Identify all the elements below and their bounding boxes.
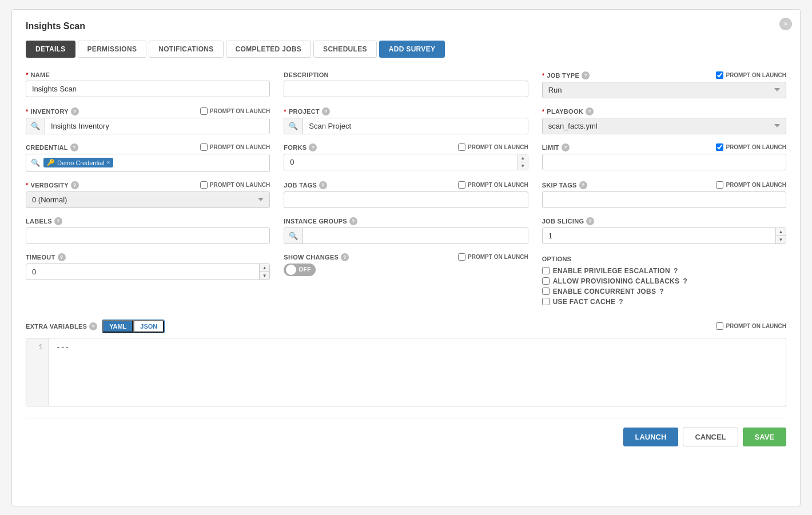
project-search-wrap: 🔍	[284, 118, 528, 134]
launch-button[interactable]: LAUNCH	[623, 428, 679, 446]
credential-prompt-checkbox[interactable]	[200, 143, 208, 151]
playbook-select[interactable]: scan_facts.yml	[542, 118, 786, 134]
forks-prompt-label: PROMPT ON LAUNCH	[458, 143, 528, 151]
skip-tags-input[interactable]	[542, 191, 786, 208]
description-label: DESCRIPTION	[284, 71, 328, 78]
allow-provisioning-help-icon[interactable]: ?	[683, 277, 687, 285]
timeout-spinner: ▲ ▼	[26, 264, 270, 280]
enable-privilege-checkbox[interactable]	[542, 267, 550, 274]
limit-prompt-checkbox[interactable]	[716, 143, 723, 151]
timeout-help-icon[interactable]: ?	[58, 253, 66, 261]
job-tags-input[interactable]	[284, 191, 528, 208]
format-yaml-tab[interactable]: YAML	[102, 320, 133, 333]
allow-provisioning-checkbox[interactable]	[542, 277, 550, 285]
job-slicing-group: JOB SLICING ? ▲ ▼	[542, 217, 786, 244]
forks-spinner: ▲ ▼	[284, 154, 528, 170]
use-fact-cache-help-icon[interactable]: ?	[619, 298, 623, 306]
limit-help-icon[interactable]: ?	[562, 143, 570, 151]
use-fact-cache-checkbox[interactable]	[542, 298, 550, 305]
verbosity-select[interactable]: 0 (Normal) 1 (Verbose) 2 (More Verbose) …	[26, 191, 270, 208]
forks-prompt-checkbox[interactable]	[458, 143, 465, 151]
job-type-help-icon[interactable]: ?	[582, 71, 590, 79]
show-changes-toggle[interactable]: OFF	[284, 264, 316, 276]
inventory-search-icon[interactable]: 🔍	[26, 118, 45, 134]
cancel-button[interactable]: CANCEL	[683, 428, 738, 446]
allow-provisioning-label: ALLOW PROVISIONING CALLBACKS	[553, 277, 680, 285]
project-input[interactable]	[303, 118, 527, 134]
instance-groups-help-icon[interactable]: ?	[349, 217, 357, 225]
enable-concurrent-checkbox[interactable]	[542, 288, 550, 295]
inventory-input[interactable]	[45, 118, 269, 134]
format-json-tab[interactable]: JSON	[133, 320, 164, 333]
credential-tag-wrap[interactable]: 🔍 🔑 Demo Credential ×	[26, 154, 270, 172]
instance-groups-search-wrap: 🔍	[284, 227, 528, 244]
forks-increment[interactable]: ▲	[518, 154, 528, 162]
job-slicing-decrement[interactable]: ▼	[775, 236, 786, 243]
code-content[interactable]: ---	[49, 338, 786, 406]
inventory-help-icon[interactable]: ?	[71, 107, 79, 115]
credential-search-icon[interactable]: 🔍	[31, 158, 40, 167]
inventory-prompt-label: PROMPT ON LAUNCH	[200, 107, 270, 115]
show-changes-prompt-checkbox[interactable]	[458, 253, 465, 261]
extra-variables-help-icon[interactable]: ?	[89, 322, 97, 330]
skip-tags-help-icon[interactable]: ?	[579, 181, 587, 189]
credential-help-icon[interactable]: ?	[70, 143, 78, 151]
playbook-group: * PLAYBOOK ? scan_facts.yml	[542, 107, 786, 134]
job-tags-prompt-checkbox[interactable]	[458, 181, 465, 189]
tab-permissions[interactable]: PERMISSIONS	[78, 41, 147, 58]
inventory-prompt-checkbox[interactable]	[200, 107, 208, 115]
limit-input[interactable]	[542, 154, 786, 170]
instance-groups-search-icon[interactable]: 🔍	[284, 228, 303, 243]
forks-input[interactable]	[284, 154, 528, 170]
tab-completed-jobs[interactable]: COMPLETED JOBS	[226, 41, 312, 58]
verbosity-group: * VERBOSITY ? PROMPT ON LAUNCH 0 (Normal…	[26, 181, 270, 208]
show-changes-group: SHOW CHANGES ? PROMPT ON LAUNCH OFF	[284, 253, 528, 308]
toggle-knob	[286, 265, 296, 275]
timeout-input[interactable]	[26, 264, 270, 280]
close-button[interactable]: ×	[779, 18, 792, 30]
project-help-icon[interactable]: ?	[322, 107, 330, 115]
limit-prompt-label: PROMPT ON LAUNCH	[716, 143, 786, 151]
limit-label: LIMIT ?	[542, 143, 570, 151]
job-type-select[interactable]: Run Check	[542, 82, 786, 98]
option-enable-concurrent: ENABLE CONCURRENT JOBS ?	[542, 288, 786, 296]
name-group: * NAME	[26, 71, 270, 98]
project-search-icon[interactable]: 🔍	[284, 118, 303, 134]
extra-variables-prompt-checkbox[interactable]	[716, 322, 723, 330]
credential-prompt-label: PROMPT ON LAUNCH	[200, 143, 270, 151]
timeout-decrement[interactable]: ▼	[259, 272, 269, 280]
name-input[interactable]	[26, 81, 270, 97]
forks-label: FORKS ?	[284, 143, 317, 151]
save-button[interactable]: SAVE	[743, 428, 786, 446]
credential-tag-label: Demo Credential	[57, 159, 105, 166]
job-slicing-help-icon[interactable]: ?	[586, 217, 594, 225]
job-slicing-increment[interactable]: ▲	[775, 228, 786, 236]
show-changes-toggle-wrap: OFF	[284, 264, 528, 276]
instance-groups-input[interactable]	[303, 228, 527, 243]
forks-help-icon[interactable]: ?	[309, 143, 317, 151]
extra-var-header: EXTRA VARIABLES ? YAML JSON PROMPT ON LA…	[26, 320, 786, 333]
enable-privilege-help-icon[interactable]: ?	[674, 267, 678, 275]
show-changes-help-icon[interactable]: ?	[341, 253, 349, 261]
job-slicing-input[interactable]	[542, 227, 786, 244]
credential-group: CREDENTIAL ? PROMPT ON LAUNCH 🔍 🔑 Demo C…	[26, 143, 270, 172]
playbook-help-icon[interactable]: ?	[586, 107, 594, 115]
tab-add-survey[interactable]: ADD SURVEY	[379, 41, 445, 58]
description-input[interactable]	[284, 81, 528, 97]
timeout-increment[interactable]: ▲	[259, 264, 269, 272]
labels-input[interactable]	[26, 227, 270, 244]
tab-details[interactable]: DETAILS	[26, 41, 75, 58]
enable-concurrent-help-icon[interactable]: ?	[659, 288, 664, 296]
job-type-prompt-checkbox[interactable]	[716, 71, 723, 79]
verbosity-help-icon[interactable]: ?	[71, 181, 79, 189]
credential-tag-remove[interactable]: ×	[107, 159, 110, 166]
tab-notifications[interactable]: NOTIFICATIONS	[149, 41, 223, 58]
verbosity-prompt-checkbox[interactable]	[200, 181, 208, 189]
project-label: * PROJECT ?	[284, 107, 330, 115]
labels-help-icon[interactable]: ?	[54, 217, 62, 225]
tab-schedules[interactable]: SCHEDULES	[313, 41, 377, 58]
forks-decrement[interactable]: ▼	[518, 162, 528, 170]
skip-tags-prompt-checkbox[interactable]	[716, 181, 723, 189]
job-tags-help-icon[interactable]: ?	[319, 181, 327, 189]
labels-label: LABELS ?	[26, 217, 62, 225]
